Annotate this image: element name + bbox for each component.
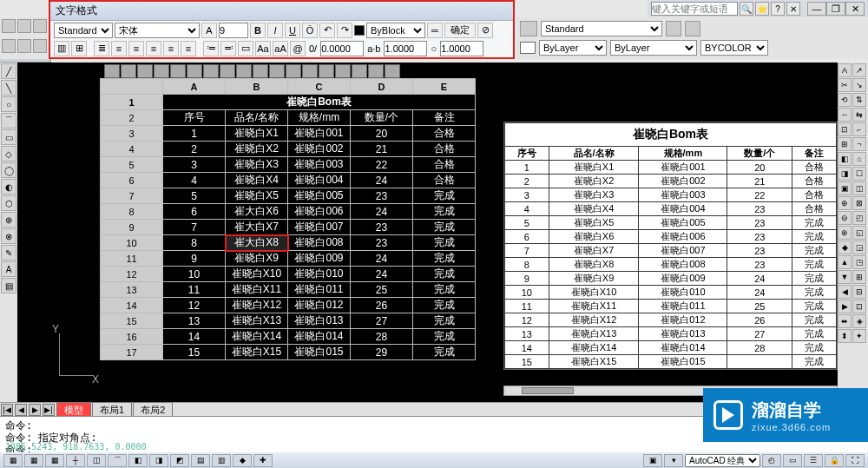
status-toggle[interactable]: ⌒ [108, 454, 127, 467]
overline-button[interactable]: Ō [302, 23, 318, 38]
data-cell[interactable]: 1 [163, 126, 226, 142]
undo-button[interactable]: ↶ [319, 23, 335, 38]
tool-icon[interactable]: ⌂ [852, 152, 866, 166]
align-icon[interactable]: ≣ [94, 41, 109, 56]
data-cell[interactable]: 崔晓白002 [288, 142, 351, 157]
columns-icon[interactable]: ▥ [54, 41, 69, 56]
qat-icon[interactable] [33, 19, 47, 33]
search-icon[interactable]: 🔍 [740, 2, 753, 16]
ribbon-icon[interactable] [104, 64, 120, 78]
qat-icon[interactable] [17, 39, 31, 53]
data-cell[interactable]: 合格 [413, 173, 476, 188]
data-cell[interactable]: 崔晓白X2 [226, 142, 288, 157]
data-cell[interactable]: 29 [351, 345, 413, 360]
line-tool-icon[interactable]: ╱ [1, 63, 16, 79]
tool-icon[interactable]: ✂ [838, 78, 852, 92]
data-cell[interactable]: 21 [351, 142, 413, 157]
data-cell[interactable]: 完成 [413, 204, 476, 220]
data-cell[interactable]: 8 [163, 235, 226, 251]
tool-icon[interactable]: ◲ [852, 241, 866, 254]
data-cell[interactable]: 12 [163, 298, 226, 313]
align-icon[interactable]: ≡ [181, 41, 196, 56]
tool-icon[interactable]: ◀ [838, 285, 852, 299]
data-cell[interactable]: 完成 [413, 329, 476, 345]
window-maximize[interactable]: ❐ [826, 2, 845, 16]
mtext-justify-icon[interactable]: ⊞ [71, 41, 87, 56]
bom-table[interactable]: ABCDE1崔晓白Bom表2序号品名/名称规格/mm数量/个备注31崔晓白X1崔… [100, 78, 476, 360]
tracking-input[interactable] [384, 41, 427, 56]
row-header[interactable]: 9 [101, 220, 163, 235]
data-cell[interactable]: 崔晓白013 [288, 313, 351, 329]
data-cell[interactable]: 崔晓白X9 [226, 251, 288, 267]
font-size-input[interactable] [219, 23, 248, 38]
tool-icon[interactable]: ◱ [852, 226, 866, 240]
ribbon-icon[interactable] [236, 64, 252, 78]
data-cell[interactable]: 完成 [413, 267, 476, 282]
tool-icon[interactable]: ⬡ [1, 195, 16, 211]
tool-icon[interactable]: ⊞ [852, 270, 866, 284]
ribbon-icon[interactable] [253, 64, 268, 78]
table-title-cell[interactable]: 崔晓白Bom表 [163, 95, 476, 110]
header-cell[interactable]: 备注 [413, 110, 476, 126]
ribbon-icon[interactable] [154, 64, 169, 78]
status-icon[interactable]: ◴ [762, 454, 781, 467]
status-icon[interactable]: ▭ [783, 454, 802, 467]
data-cell[interactable]: 3 [163, 157, 226, 173]
tool-icon[interactable]: ✦ [852, 329, 866, 343]
status-icon[interactable]: ⛶ [845, 454, 865, 467]
dim-icon[interactable] [685, 21, 700, 36]
data-cell[interactable]: 20 [351, 126, 413, 142]
lineweight-select[interactable]: BYCOLOR [700, 40, 768, 56]
circle-tool-icon[interactable]: ○ [1, 96, 16, 112]
status-icon[interactable]: 🔒 [825, 454, 844, 467]
tool-icon[interactable]: ↘ [852, 78, 866, 92]
row-header[interactable]: 11 [101, 251, 163, 267]
data-cell[interactable]: 崔晓白X4 [226, 173, 288, 188]
text-style-select[interactable]: Standard [54, 23, 113, 38]
data-cell[interactable]: 崔晓白005 [288, 188, 351, 204]
data-cell[interactable]: 合格 [413, 142, 476, 157]
row-header[interactable]: 4 [101, 142, 163, 157]
color-bylayer-select[interactable]: ByLayer [539, 40, 607, 56]
tool-icon[interactable]: ⊗ [1, 228, 16, 244]
tool-icon[interactable]: ◫ [852, 181, 866, 195]
data-cell[interactable]: 崔晓白X3 [226, 157, 288, 173]
tool-icon[interactable]: ◈ [852, 314, 866, 328]
row-header[interactable]: 15 [101, 313, 163, 329]
uppercase-icon[interactable]: Aa [255, 41, 271, 56]
data-cell[interactable]: 22 [351, 157, 413, 173]
row-header[interactable]: 2 [101, 110, 163, 126]
status-icon[interactable]: ▾ [664, 454, 683, 467]
data-cell[interactable]: 完成 [413, 235, 476, 251]
ribbon-icon[interactable] [170, 64, 186, 78]
status-icon[interactable]: ▣ [643, 454, 662, 467]
workspace-select[interactable]: AutoCAD 经典 [685, 454, 760, 467]
data-cell[interactable]: 完成 [413, 282, 476, 298]
data-cell[interactable]: 崔晓白007 [288, 220, 351, 235]
tab-nav-button[interactable]: |◀ [1, 404, 13, 416]
width-factor-input[interactable] [440, 41, 483, 56]
polyline-tool-icon[interactable]: ╲ [1, 80, 16, 96]
qat-icon[interactable] [33, 39, 47, 53]
tool-icon[interactable]: ⇆ [852, 108, 866, 122]
tool-icon[interactable]: ▲ [838, 255, 852, 269]
arc-tool-icon[interactable]: ⌒ [1, 113, 16, 129]
data-cell[interactable]: 崔晓白011 [288, 282, 351, 298]
tool-icon[interactable]: ▼ [838, 270, 852, 284]
tool-icon[interactable]: ▶ [838, 300, 852, 313]
ribbon-icon[interactable] [352, 64, 367, 78]
bold-button[interactable]: B [250, 23, 266, 38]
tool-icon[interactable]: ⟲ [838, 93, 852, 107]
data-cell[interactable]: 崔晓白X12 [226, 298, 288, 313]
lowercase-icon[interactable]: aA [273, 41, 288, 56]
data-cell[interactable]: 完成 [413, 345, 476, 360]
ribbon-icon[interactable] [269, 64, 285, 78]
close-icon[interactable]: ✕ [786, 2, 800, 16]
tool-icon[interactable]: ⊗ [838, 226, 852, 240]
data-cell[interactable]: 崔晓白X13 [226, 313, 288, 329]
status-toggle[interactable]: ◨ [149, 454, 168, 467]
status-toggle[interactable]: ▥ [212, 454, 231, 467]
data-cell[interactable]: 崔晓白009 [288, 251, 351, 267]
tool-icon[interactable]: ✎ [1, 245, 16, 260]
tool-icon[interactable]: ◐ [1, 179, 16, 194]
